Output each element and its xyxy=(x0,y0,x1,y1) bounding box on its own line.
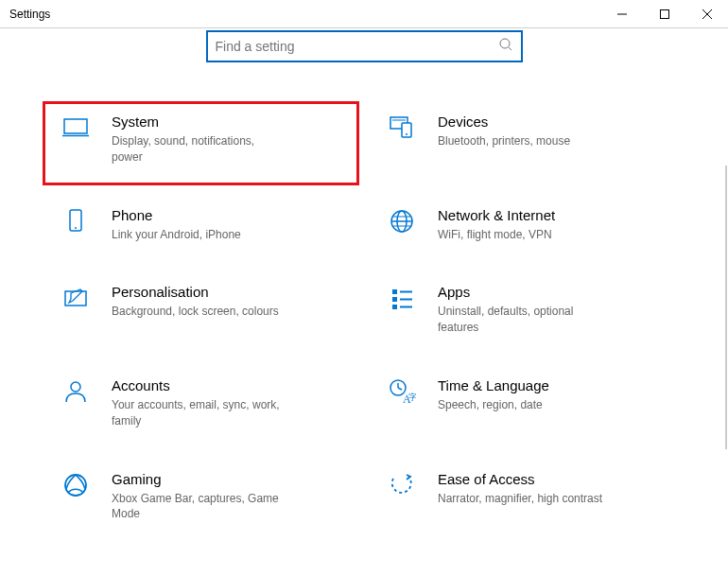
time-language-icon: A字 xyxy=(383,377,421,429)
tile-text: Gaming Xbox Game Bar, captures, Game Mod… xyxy=(112,471,345,523)
window-controls xyxy=(600,0,728,27)
titlebar: Settings xyxy=(0,0,728,28)
ease-of-access-icon xyxy=(383,471,421,523)
tile-desc: Background, lock screen, colours xyxy=(112,304,282,320)
network-icon xyxy=(383,207,421,243)
tile-text: Ease of Access Narrator, magnifier, high… xyxy=(438,471,671,523)
tile-time-language[interactable]: A字 Time & Language Speech, region, date xyxy=(383,377,671,429)
svg-text:字: 字 xyxy=(408,393,416,402)
tile-desc: Display, sound, notifications, power xyxy=(112,133,282,166)
tile-text: Devices Bluetooth, printers, mouse xyxy=(438,113,671,166)
maximize-icon xyxy=(660,9,669,19)
tile-label: Gaming xyxy=(112,471,345,487)
tile-text: Time & Language Speech, region, date xyxy=(438,377,671,429)
tile-text: Accounts Your accounts, email, sync, wor… xyxy=(112,377,345,429)
tile-text: Personalisation Background, lock screen,… xyxy=(112,284,345,336)
tile-desc: Bluetooth, printers, mouse xyxy=(438,133,608,149)
close-button[interactable] xyxy=(685,0,728,27)
tile-label: System xyxy=(112,113,345,130)
svg-rect-1 xyxy=(660,9,668,18)
svg-line-5 xyxy=(509,47,511,50)
accounts-icon xyxy=(57,377,95,429)
tile-label: Devices xyxy=(438,113,671,130)
tile-label: Network & Internet xyxy=(438,207,671,223)
tile-text: Network & Internet WiFi, flight mode, VP… xyxy=(438,207,671,243)
svg-point-4 xyxy=(500,39,510,48)
maximize-button[interactable] xyxy=(643,0,685,27)
svg-rect-20 xyxy=(392,289,397,294)
tile-accounts[interactable]: Accounts Your accounts, email, sync, wor… xyxy=(57,377,345,429)
tile-desc: Speech, region, date xyxy=(438,397,608,413)
personalisation-icon xyxy=(57,284,95,336)
tile-text: System Display, sound, notifications, po… xyxy=(112,113,345,166)
tile-text: Apps Uninstall, defaults, optional featu… xyxy=(438,284,671,336)
settings-grid: System Display, sound, notifications, po… xyxy=(0,62,728,522)
scrollbar[interactable] xyxy=(725,166,727,449)
devices-icon xyxy=(383,113,421,166)
search-box[interactable] xyxy=(206,30,523,62)
tile-personalisation[interactable]: Personalisation Background, lock screen,… xyxy=(57,284,345,336)
window-title: Settings xyxy=(9,8,50,21)
svg-point-13 xyxy=(75,227,77,229)
tile-label: Accounts xyxy=(112,377,345,393)
tile-devices[interactable]: Devices Bluetooth, printers, mouse xyxy=(383,113,671,166)
tile-gaming[interactable]: Gaming Xbox Game Bar, captures, Game Mod… xyxy=(57,471,345,523)
svg-rect-22 xyxy=(392,297,397,302)
tile-label: Apps xyxy=(438,284,671,300)
search-icon xyxy=(498,37,513,56)
apps-icon xyxy=(383,284,421,336)
search-container xyxy=(0,28,728,62)
phone-icon xyxy=(57,207,95,243)
tile-desc: WiFi, flight mode, VPN xyxy=(438,227,608,243)
tile-phone[interactable]: Phone Link your Android, iPhone xyxy=(57,207,345,243)
svg-rect-6 xyxy=(64,119,87,133)
close-icon xyxy=(702,9,712,19)
search-input[interactable] xyxy=(216,39,498,54)
tile-desc: Narrator, magnifier, high contrast xyxy=(438,491,608,507)
tile-apps[interactable]: Apps Uninstall, defaults, optional featu… xyxy=(383,284,671,336)
tile-desc: Uninstall, defaults, optional features xyxy=(438,304,608,336)
tile-label: Time & Language xyxy=(438,377,671,393)
tile-system[interactable]: System Display, sound, notifications, po… xyxy=(43,101,359,185)
gaming-icon xyxy=(57,471,95,523)
tile-desc: Your accounts, email, sync, work, family xyxy=(112,397,282,429)
svg-line-29 xyxy=(398,388,402,390)
tile-label: Phone xyxy=(112,207,345,223)
tile-desc: Link your Android, iPhone xyxy=(112,227,282,243)
minimize-button[interactable] xyxy=(600,0,643,27)
tile-network[interactable]: Network & Internet WiFi, flight mode, VP… xyxy=(383,207,671,243)
svg-point-10 xyxy=(406,133,407,135)
tile-label: Ease of Access xyxy=(438,471,671,487)
tile-desc: Xbox Game Bar, captures, Game Mode xyxy=(112,491,282,523)
tile-ease-of-access[interactable]: Ease of Access Narrator, magnifier, high… xyxy=(383,471,671,523)
system-icon xyxy=(57,113,95,166)
minimize-icon xyxy=(617,9,627,19)
svg-point-26 xyxy=(71,382,80,392)
tile-text: Phone Link your Android, iPhone xyxy=(112,207,345,243)
tile-label: Personalisation xyxy=(112,284,345,300)
svg-rect-24 xyxy=(392,305,397,309)
